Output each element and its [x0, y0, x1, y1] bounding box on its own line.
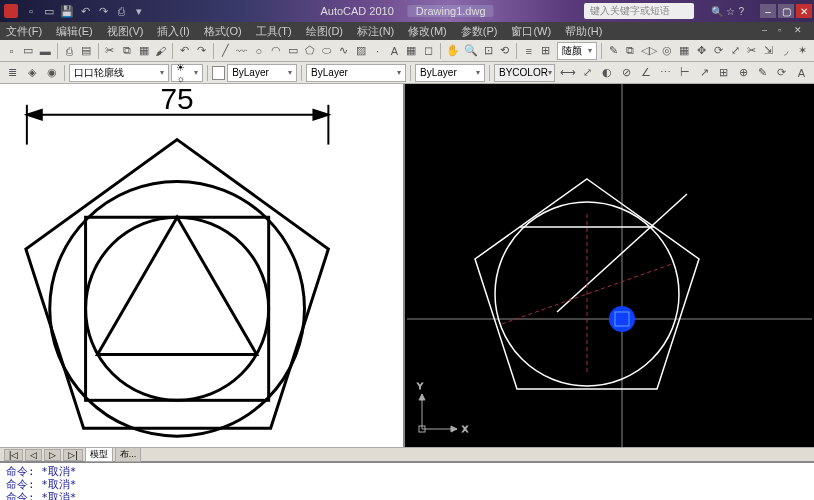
- menu-format[interactable]: 格式(O): [204, 24, 242, 39]
- point-icon[interactable]: ·: [370, 42, 385, 60]
- viewport-left[interactable]: 75: [0, 84, 405, 447]
- search-input[interactable]: 键入关键字或短语: [584, 3, 694, 19]
- fillet-icon[interactable]: ◞: [778, 42, 793, 60]
- tab-model[interactable]: 模型: [85, 447, 113, 462]
- dim-radius-icon[interactable]: ◐: [598, 64, 615, 82]
- menu-help[interactable]: 帮助(H): [565, 24, 602, 39]
- dim-style-icon[interactable]: A: [793, 64, 810, 82]
- dim-update-icon[interactable]: ⟳: [773, 64, 790, 82]
- doc-restore-button[interactable]: ▫: [778, 25, 792, 37]
- undo-icon[interactable]: ↶: [78, 4, 92, 18]
- maximize-button[interactable]: ▢: [778, 4, 794, 18]
- offset-icon[interactable]: ◎: [660, 42, 675, 60]
- polygon-icon[interactable]: ⬠: [302, 42, 317, 60]
- print-icon[interactable]: ⎙: [114, 4, 128, 18]
- menu-draw[interactable]: 绘图(D): [306, 24, 343, 39]
- layer-iso-icon[interactable]: ◉: [43, 64, 60, 82]
- circle-icon[interactable]: ○: [251, 42, 266, 60]
- help-icon[interactable]: ?: [738, 6, 744, 17]
- dist-icon[interactable]: ≡: [521, 42, 536, 60]
- viewport-right[interactable]: X Y: [405, 84, 814, 447]
- open-file-icon[interactable]: ▭: [21, 42, 36, 60]
- array-icon[interactable]: ▦: [677, 42, 692, 60]
- pan-icon[interactable]: ✋: [445, 42, 461, 60]
- zoom-icon[interactable]: 🔍: [463, 42, 479, 60]
- spline-icon[interactable]: ∿: [336, 42, 351, 60]
- copy-icon[interactable]: ⧉: [119, 42, 134, 60]
- star-icon[interactable]: ☆: [726, 6, 735, 17]
- dim-angle-icon[interactable]: ∠: [637, 64, 654, 82]
- pline-icon[interactable]: 〰: [235, 42, 250, 60]
- save-icon[interactable]: 💾: [60, 4, 74, 18]
- dim-edit-icon[interactable]: ✎: [754, 64, 771, 82]
- search-icon[interactable]: 🔍: [711, 6, 723, 17]
- linetype-dropdown[interactable]: ByLayer: [306, 64, 406, 82]
- scale-icon[interactable]: ⤢: [728, 42, 743, 60]
- color-dropdown[interactable]: ByLayer: [227, 64, 297, 82]
- menu-param[interactable]: 参数(P): [461, 24, 498, 39]
- menu-modify[interactable]: 修改(M): [408, 24, 447, 39]
- menu-view[interactable]: 视图(V): [107, 24, 144, 39]
- minimize-button[interactable]: –: [760, 4, 776, 18]
- menu-tools[interactable]: 工具(T): [256, 24, 292, 39]
- arc-icon[interactable]: ◠: [268, 42, 283, 60]
- layer-states-icon[interactable]: ◈: [23, 64, 40, 82]
- std-dropdown[interactable]: 随颜: [557, 42, 597, 60]
- new-file-icon[interactable]: ▫: [4, 42, 19, 60]
- menu-dim[interactable]: 标注(N): [357, 24, 394, 39]
- lineweight-dropdown[interactable]: ByLayer: [415, 64, 485, 82]
- trim-icon[interactable]: ✂: [745, 42, 760, 60]
- menu-edit[interactable]: 编辑(E): [56, 24, 93, 39]
- dim-tol-icon[interactable]: ⊞: [715, 64, 732, 82]
- open-icon[interactable]: ▭: [42, 4, 56, 18]
- dim-linear-icon[interactable]: ⟷: [559, 64, 577, 82]
- ellipse-icon[interactable]: ⬭: [319, 42, 334, 60]
- dim-leader-icon[interactable]: ↗: [696, 64, 713, 82]
- erase-icon[interactable]: ✎: [606, 42, 621, 60]
- dim-dia-icon[interactable]: ⊘: [618, 64, 635, 82]
- tab-nav-first[interactable]: |◁: [4, 449, 23, 461]
- dim-base-icon[interactable]: ⊢: [676, 64, 693, 82]
- qat-more-icon[interactable]: ▾: [132, 4, 146, 18]
- matchprop-icon[interactable]: 🖌: [153, 42, 168, 60]
- line-icon[interactable]: ╱: [218, 42, 233, 60]
- menu-window[interactable]: 窗口(W): [511, 24, 551, 39]
- tab-nav-next[interactable]: ▷: [44, 449, 61, 461]
- layer-dropdown[interactable]: 口口轮廓线: [69, 64, 169, 82]
- plotstyle-dropdown[interactable]: BYCOLOR: [494, 64, 555, 82]
- extend-icon[interactable]: ⇲: [761, 42, 776, 60]
- tab-layout[interactable]: 布...: [115, 447, 142, 462]
- cut-icon[interactable]: ✂: [102, 42, 117, 60]
- tab-nav-prev[interactable]: ◁: [25, 449, 42, 461]
- plot-icon[interactable]: ⎙: [62, 42, 77, 60]
- dim-center-icon[interactable]: ⊕: [734, 64, 751, 82]
- redo-icon[interactable]: ↷: [96, 4, 110, 18]
- paste-icon[interactable]: ▦: [136, 42, 151, 60]
- calc-icon[interactable]: ⊞: [538, 42, 553, 60]
- zoom-prev-icon[interactable]: ⟲: [498, 42, 513, 60]
- grip-point[interactable]: [609, 306, 635, 332]
- doc-minimize-button[interactable]: –: [762, 25, 776, 37]
- new-icon[interactable]: ▫: [24, 4, 38, 18]
- rect-icon[interactable]: ▭: [285, 42, 300, 60]
- close-button[interactable]: ✕: [796, 4, 812, 18]
- hatch-icon[interactable]: ▨: [353, 42, 368, 60]
- block-icon[interactable]: ◻: [421, 42, 436, 60]
- layer-props-icon[interactable]: ≣: [4, 64, 21, 82]
- menu-insert[interactable]: 插入(I): [157, 24, 189, 39]
- zoom-win-icon[interactable]: ⊡: [481, 42, 496, 60]
- undo2-icon[interactable]: ↶: [177, 42, 192, 60]
- copy2-icon[interactable]: ⧉: [623, 42, 638, 60]
- doc-close-button[interactable]: ✕: [794, 25, 808, 37]
- redo2-icon[interactable]: ↷: [194, 42, 209, 60]
- text-icon[interactable]: A: [387, 42, 402, 60]
- layer-tools-dropdown[interactable]: ☀☼: [171, 64, 202, 82]
- menu-file[interactable]: 文件(F): [6, 24, 42, 39]
- table-icon[interactable]: ▦: [404, 42, 419, 60]
- color-swatch[interactable]: [212, 66, 226, 80]
- dim-aligned-icon[interactable]: ⤢: [579, 64, 596, 82]
- move-icon[interactable]: ✥: [694, 42, 709, 60]
- command-window[interactable]: 命令: *取消* 命令: *取消* 命令: *取消* 命令:: [0, 461, 814, 500]
- save-file-icon[interactable]: ▬: [38, 42, 53, 60]
- mirror-icon[interactable]: ◁▷: [640, 42, 658, 60]
